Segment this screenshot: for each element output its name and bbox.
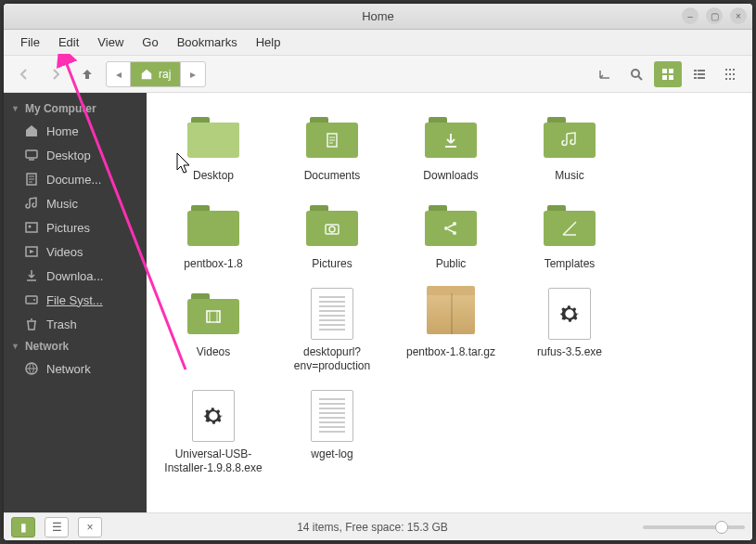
menu-help[interactable]: Help xyxy=(247,32,290,53)
sidebar-item-label: Trash xyxy=(46,317,77,331)
list-view-button[interactable] xyxy=(686,61,713,87)
back-button[interactable] xyxy=(11,61,37,87)
path-location-label: raj xyxy=(159,68,171,81)
folder-icon xyxy=(306,205,358,246)
icon-view-button[interactable] xyxy=(654,61,682,87)
sidebar-item-downloa-[interactable]: Downloa... xyxy=(4,264,147,288)
path-next-icon[interactable]: ▸ xyxy=(181,62,205,86)
svg-rect-5 xyxy=(694,70,697,71)
toggle-location-button[interactable] xyxy=(591,61,619,87)
file-label: Universal-USB-Installer-1.9.8.8.exe xyxy=(158,447,269,475)
close-sidebar-button[interactable]: × xyxy=(78,517,102,538)
path-home-segment[interactable]: raj xyxy=(131,62,181,86)
sidebar-item-label: Home xyxy=(46,124,79,138)
file-label: Pictures xyxy=(312,257,352,271)
up-button[interactable] xyxy=(74,61,100,87)
show-tree-button[interactable]: ☰ xyxy=(45,517,69,538)
folder-icon xyxy=(544,205,596,246)
folder-icon xyxy=(187,293,239,334)
file-item[interactable]: Templates xyxy=(510,196,629,284)
file-label: desktopurl?env=production xyxy=(276,345,388,373)
menu-edit[interactable]: Edit xyxy=(49,32,88,53)
sidebar-section[interactable]: ▼Network xyxy=(4,336,147,356)
search-button[interactable] xyxy=(622,61,650,87)
file-item[interactable]: Public xyxy=(391,196,510,284)
svg-rect-15 xyxy=(729,73,731,75)
compact-view-button[interactable] xyxy=(717,61,745,87)
sidebar-item-videos[interactable]: Videos xyxy=(4,240,147,264)
svg-rect-22 xyxy=(26,223,37,232)
pictures-icon xyxy=(24,220,39,235)
file-item[interactable]: Documents xyxy=(273,108,391,196)
sidebar-item-file-syst-[interactable]: File Syst... xyxy=(4,288,147,312)
sidebar-item-pictures[interactable]: Pictures xyxy=(4,215,147,240)
sidebar-item-docume-[interactable]: Docume... xyxy=(4,167,147,191)
maximize-button[interactable]: ▢ xyxy=(706,7,723,24)
svg-rect-25 xyxy=(26,296,37,304)
file-item[interactable]: Universal-USB-Installer-1.9.8.8.exe xyxy=(154,386,273,488)
close-button[interactable]: × xyxy=(730,7,747,24)
svg-rect-18 xyxy=(729,78,731,80)
file-item[interactable]: desktopurl?env=production xyxy=(273,284,391,386)
menu-go[interactable]: Go xyxy=(133,32,167,53)
svg-rect-13 xyxy=(733,69,735,71)
svg-rect-8 xyxy=(698,73,705,75)
sidebar-item-label: Downloa... xyxy=(46,269,103,283)
file-manager-window: Home – ▢ × File Edit View Go Bookmarks H… xyxy=(4,4,752,540)
svg-rect-11 xyxy=(725,69,727,71)
file-label: wget-log xyxy=(311,447,352,461)
file-item[interactable]: pentbox-1.8 xyxy=(154,196,273,284)
svg-rect-4 xyxy=(669,75,673,80)
pathbar[interactable]: ◂ raj ▸ xyxy=(106,61,206,87)
package-icon xyxy=(427,293,475,334)
window-title: Home xyxy=(362,9,394,23)
statusbar: ▮ ☰ × 14 items, Free space: 15.3 GB xyxy=(4,512,752,540)
file-content-area[interactable]: DesktopDocumentsDownloadsMusicpentbox-1.… xyxy=(147,93,752,512)
sidebar-item-label: Videos xyxy=(46,245,83,259)
file-label: Public xyxy=(436,257,467,271)
home-icon xyxy=(140,68,153,81)
sidebar-item-label: Desktop xyxy=(46,149,91,162)
svg-rect-20 xyxy=(26,150,37,158)
status-text: 14 items, Free space: 15.3 GB xyxy=(111,521,634,534)
text-file-icon xyxy=(311,288,353,340)
svg-rect-17 xyxy=(725,78,727,80)
file-item[interactable]: Music xyxy=(510,108,629,196)
sidebar-item-trash[interactable]: Trash xyxy=(4,312,147,336)
sidebar-section[interactable]: ▼My Computer xyxy=(4,98,147,119)
videos-icon xyxy=(24,244,39,259)
disk-icon xyxy=(24,292,39,307)
file-item[interactable]: wget-log xyxy=(273,386,391,488)
sidebar-item-music[interactable]: Music xyxy=(4,191,147,215)
folder-icon xyxy=(306,117,358,158)
file-label: Videos xyxy=(197,345,230,359)
sidebar-item-label: Pictures xyxy=(46,221,90,235)
file-item[interactable]: Desktop xyxy=(154,108,273,196)
file-label: rufus-3.5.exe xyxy=(537,345,602,359)
zoom-slider[interactable] xyxy=(643,525,745,529)
svg-rect-16 xyxy=(733,73,735,75)
show-places-button[interactable]: ▮ xyxy=(11,517,35,538)
music-icon xyxy=(24,196,39,211)
exe-file-icon xyxy=(192,390,235,442)
file-item[interactable]: Videos xyxy=(154,284,273,386)
sidebar-item-home[interactable]: Home xyxy=(4,119,147,143)
file-item[interactable]: Downloads xyxy=(391,108,510,196)
sidebar-item-label: Docume... xyxy=(46,173,101,187)
file-item[interactable]: rufus-3.5.exe xyxy=(510,284,629,386)
svg-point-30 xyxy=(329,227,335,232)
forward-button[interactable] xyxy=(43,61,69,87)
sidebar-item-network[interactable]: Network xyxy=(4,356,147,381)
trash-icon xyxy=(24,317,39,331)
menu-file[interactable]: File xyxy=(11,32,49,53)
minimize-button[interactable]: – xyxy=(682,7,698,24)
download-icon xyxy=(24,268,39,283)
sidebar-item-desktop[interactable]: Desktop xyxy=(4,143,147,167)
menu-bookmarks[interactable]: Bookmarks xyxy=(168,32,247,53)
svg-rect-14 xyxy=(725,73,727,75)
path-prev-icon[interactable]: ◂ xyxy=(107,62,131,86)
file-item[interactable]: Pictures xyxy=(273,196,391,284)
menu-view[interactable]: View xyxy=(88,32,133,53)
folder-icon xyxy=(425,205,477,246)
file-item[interactable]: pentbox-1.8.tar.gz xyxy=(391,284,510,386)
